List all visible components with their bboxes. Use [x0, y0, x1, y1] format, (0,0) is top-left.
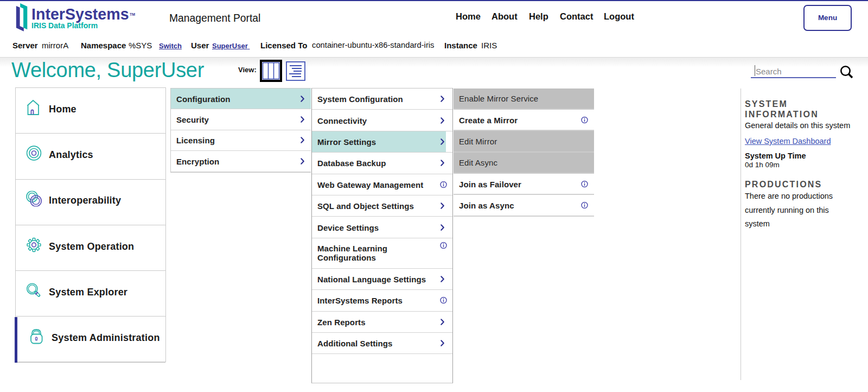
svg-text:InterSystems: InterSystems	[31, 5, 129, 23]
svg-text:IRIS Data Platform: IRIS Data Platform	[31, 21, 98, 30]
svg-text:TM: TM	[130, 12, 135, 16]
